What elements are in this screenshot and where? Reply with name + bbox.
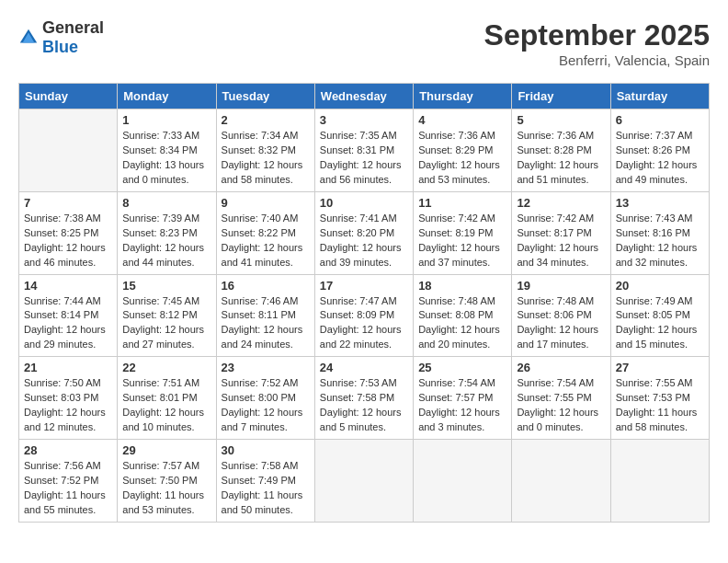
day-number: 23 [222, 361, 310, 374]
day-number: 30 [222, 443, 310, 457]
day-number: 1 [122, 113, 210, 127]
cell-info: Sunrise: 7:51 AM Sunset: 8:01 PM Dayligh… [122, 376, 210, 435]
cell-info: Sunrise: 7:33 AM Sunset: 8:34 PM Dayligh… [122, 129, 210, 188]
cell-info: Sunrise: 7:57 AM Sunset: 7:50 PM Dayligh… [122, 459, 210, 518]
day-number: 11 [418, 196, 506, 210]
cell-info: Sunrise: 7:43 AM Sunset: 8:16 PM Dayligh… [616, 212, 704, 270]
day-number: 28 [24, 443, 112, 457]
calendar-cell: 17Sunrise: 7:47 AM Sunset: 8:09 PM Dayli… [314, 274, 413, 357]
calendar-cell: 7Sunrise: 7:38 AM Sunset: 8:25 PM Daylig… [19, 191, 118, 274]
header-wednesday: Wednesday [314, 84, 413, 109]
calendar-cell: 12Sunrise: 7:42 AM Sunset: 8:17 PM Dayli… [512, 191, 610, 274]
calendar-cell [414, 440, 512, 523]
cell-info: Sunrise: 7:46 AM Sunset: 8:11 PM Dayligh… [222, 294, 310, 353]
location-subtitle: Benferri, Valencia, Spain [484, 52, 710, 68]
calendar-header-row: SundayMondayTuesdayWednesdayThursdayFrid… [19, 84, 710, 109]
cell-info: Sunrise: 7:34 AM Sunset: 8:32 PM Dayligh… [222, 129, 310, 188]
day-number: 13 [616, 196, 704, 210]
day-number: 26 [517, 361, 605, 374]
cell-info: Sunrise: 7:45 AM Sunset: 8:12 PM Dayligh… [122, 294, 210, 353]
calendar-cell [610, 440, 709, 523]
cell-info: Sunrise: 7:44 AM Sunset: 8:14 PM Dayligh… [24, 294, 112, 353]
calendar-cell [512, 440, 610, 523]
calendar-week-5: 28Sunrise: 7:56 AM Sunset: 7:52 PM Dayli… [19, 440, 710, 523]
cell-info: Sunrise: 7:56 AM Sunset: 7:52 PM Dayligh… [24, 459, 112, 518]
cell-info: Sunrise: 7:54 AM Sunset: 7:57 PM Dayligh… [418, 376, 506, 435]
cell-info: Sunrise: 7:50 AM Sunset: 8:03 PM Dayligh… [24, 376, 112, 435]
calendar-cell: 29Sunrise: 7:57 AM Sunset: 7:50 PM Dayli… [118, 440, 216, 523]
logo-wordmark: General Blue [42, 18, 104, 57]
logo-blue: Blue [42, 38, 78, 56]
day-number: 18 [418, 279, 506, 293]
calendar-cell: 26Sunrise: 7:54 AM Sunset: 7:55 PM Dayli… [512, 357, 610, 440]
day-number: 8 [122, 196, 210, 210]
calendar-cell [19, 109, 118, 192]
calendar-cell: 25Sunrise: 7:54 AM Sunset: 7:57 PM Dayli… [414, 357, 512, 440]
cell-info: Sunrise: 7:48 AM Sunset: 8:08 PM Dayligh… [418, 294, 506, 353]
day-number: 24 [320, 361, 408, 374]
header-sunday: Sunday [19, 84, 118, 109]
cell-info: Sunrise: 7:41 AM Sunset: 8:20 PM Dayligh… [320, 212, 408, 270]
calendar-cell: 6Sunrise: 7:37 AM Sunset: 8:26 PM Daylig… [610, 109, 709, 192]
calendar-cell: 23Sunrise: 7:52 AM Sunset: 8:00 PM Dayli… [216, 357, 314, 440]
calendar-cell: 20Sunrise: 7:49 AM Sunset: 8:05 PM Dayli… [610, 274, 709, 357]
cell-info: Sunrise: 7:39 AM Sunset: 8:23 PM Dayligh… [122, 212, 210, 270]
header-thursday: Thursday [414, 84, 512, 109]
day-number: 3 [320, 113, 408, 127]
day-number: 10 [320, 196, 408, 210]
day-number: 7 [24, 196, 112, 210]
cell-info: Sunrise: 7:36 AM Sunset: 8:28 PM Dayligh… [517, 129, 605, 188]
calendar-week-3: 14Sunrise: 7:44 AM Sunset: 8:14 PM Dayli… [19, 274, 710, 357]
calendar-cell: 16Sunrise: 7:46 AM Sunset: 8:11 PM Dayli… [216, 274, 314, 357]
calendar-cell: 15Sunrise: 7:45 AM Sunset: 8:12 PM Dayli… [118, 274, 216, 357]
logo: General Blue [18, 18, 104, 57]
day-number: 29 [122, 443, 210, 457]
cell-info: Sunrise: 7:58 AM Sunset: 7:49 PM Dayligh… [222, 459, 310, 518]
logo-general: General [42, 18, 104, 37]
calendar-cell: 22Sunrise: 7:51 AM Sunset: 8:01 PM Dayli… [118, 357, 216, 440]
header-saturday: Saturday [610, 84, 709, 109]
day-number: 12 [517, 196, 605, 210]
day-number: 5 [517, 113, 605, 127]
cell-info: Sunrise: 7:54 AM Sunset: 7:55 PM Dayligh… [517, 376, 605, 435]
day-number: 14 [24, 279, 112, 293]
day-number: 6 [616, 113, 704, 127]
day-number: 19 [517, 279, 605, 293]
day-number: 21 [24, 361, 112, 374]
calendar-week-4: 21Sunrise: 7:50 AM Sunset: 8:03 PM Dayli… [19, 357, 710, 440]
calendar-cell: 28Sunrise: 7:56 AM Sunset: 7:52 PM Dayli… [19, 440, 118, 523]
day-number: 9 [222, 196, 310, 210]
calendar-cell: 13Sunrise: 7:43 AM Sunset: 8:16 PM Dayli… [610, 191, 709, 274]
day-number: 27 [616, 361, 704, 374]
cell-info: Sunrise: 7:47 AM Sunset: 8:09 PM Dayligh… [320, 294, 408, 353]
cell-info: Sunrise: 7:53 AM Sunset: 7:58 PM Dayligh… [320, 376, 408, 435]
cell-info: Sunrise: 7:36 AM Sunset: 8:29 PM Dayligh… [418, 129, 506, 188]
calendar-cell: 21Sunrise: 7:50 AM Sunset: 8:03 PM Dayli… [19, 357, 118, 440]
day-number: 16 [222, 279, 310, 293]
day-number: 2 [222, 113, 310, 127]
day-number: 15 [122, 279, 210, 293]
calendar-cell: 4Sunrise: 7:36 AM Sunset: 8:29 PM Daylig… [414, 109, 512, 192]
month-title: September 2025 [484, 18, 710, 52]
cell-info: Sunrise: 7:42 AM Sunset: 8:19 PM Dayligh… [418, 212, 506, 270]
title-block: September 2025 Benferri, Valencia, Spain [484, 18, 710, 68]
cell-info: Sunrise: 7:42 AM Sunset: 8:17 PM Dayligh… [517, 212, 605, 270]
header-monday: Monday [118, 84, 216, 109]
logo-icon [18, 28, 39, 48]
calendar-cell: 19Sunrise: 7:48 AM Sunset: 8:06 PM Dayli… [512, 274, 610, 357]
calendar-table: SundayMondayTuesdayWednesdayThursdayFrid… [18, 83, 710, 523]
cell-info: Sunrise: 7:48 AM Sunset: 8:06 PM Dayligh… [517, 294, 605, 353]
day-number: 17 [320, 279, 408, 293]
page-header: General Blue September 2025 Benferri, Va… [18, 18, 710, 68]
cell-info: Sunrise: 7:37 AM Sunset: 8:26 PM Dayligh… [616, 129, 704, 188]
calendar-week-1: 1Sunrise: 7:33 AM Sunset: 8:34 PM Daylig… [19, 109, 710, 192]
calendar-cell: 1Sunrise: 7:33 AM Sunset: 8:34 PM Daylig… [118, 109, 216, 192]
day-number: 20 [616, 279, 704, 293]
cell-info: Sunrise: 7:49 AM Sunset: 8:05 PM Dayligh… [616, 294, 704, 353]
calendar-cell: 9Sunrise: 7:40 AM Sunset: 8:22 PM Daylig… [216, 191, 314, 274]
calendar-cell: 8Sunrise: 7:39 AM Sunset: 8:23 PM Daylig… [118, 191, 216, 274]
cell-info: Sunrise: 7:52 AM Sunset: 8:00 PM Dayligh… [222, 376, 310, 435]
calendar-cell: 27Sunrise: 7:55 AM Sunset: 7:53 PM Dayli… [610, 357, 709, 440]
calendar-cell: 5Sunrise: 7:36 AM Sunset: 8:28 PM Daylig… [512, 109, 610, 192]
calendar-week-2: 7Sunrise: 7:38 AM Sunset: 8:25 PM Daylig… [19, 191, 710, 274]
